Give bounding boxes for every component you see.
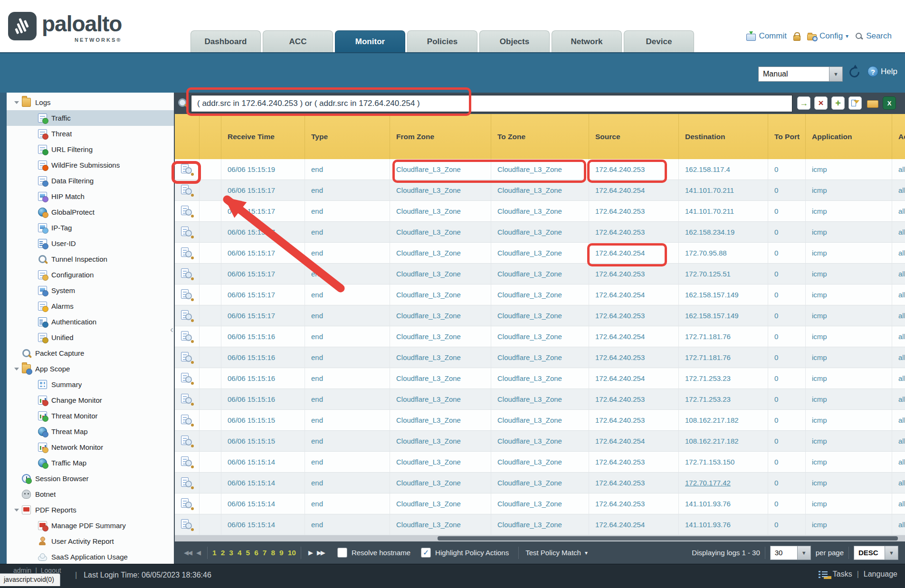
page-number-7[interactable]: 7 — [263, 549, 267, 557]
sidebar-item-unified[interactable]: Unified — [7, 330, 174, 345]
page-number-8[interactable]: 8 — [271, 549, 275, 557]
sidebar-item-system[interactable]: System — [7, 283, 174, 298]
log-detail-magnifier-icon[interactable] — [181, 415, 192, 426]
sidebar-item-globalprotect[interactable]: GlobalProtect — [7, 204, 174, 220]
chevron-down-icon[interactable]: ▼ — [885, 546, 898, 560]
log-row-13[interactable]: 06/06 15:15:15endCloudflare_L3_ZoneCloud… — [175, 410, 905, 431]
page-number-10[interactable]: 10 — [288, 549, 296, 557]
tree-expander-icon[interactable] — [13, 365, 22, 373]
sidebar-item-authentication[interactable]: Authentication — [7, 314, 174, 330]
log-row-9[interactable]: 06/06 15:15:16endCloudflare_L3_ZoneCloud… — [175, 326, 905, 347]
column-header-to-port[interactable]: To Port — [768, 114, 806, 159]
log-row-14[interactable]: 06/06 15:15:15endCloudflare_L3_ZoneCloud… — [175, 431, 905, 452]
sidebar-item-data-filtering[interactable]: Data Filtering — [7, 173, 174, 189]
log-detail-magnifier-icon[interactable] — [181, 498, 192, 509]
log-row-1[interactable]: 06/06 15:15:19endCloudflare_L3_ZoneCloud… — [175, 159, 905, 180]
prev-page-button[interactable]: ◀ — [194, 549, 202, 556]
apply-filter-button[interactable]: → — [797, 96, 810, 110]
scrollbar-thumb[interactable] — [438, 536, 897, 541]
sidebar-item-change-monitor[interactable]: Change Monitor — [7, 392, 174, 408]
sidebar-item-network-monitor[interactable]: Network Monitor — [7, 439, 174, 455]
log-row-10[interactable]: 06/06 15:15:16endCloudflare_L3_ZoneCloud… — [175, 347, 905, 368]
sort-order-select[interactable]: DESC ▼ — [854, 546, 898, 560]
log-cell[interactable]: 172.70.177.42 — [679, 473, 768, 493]
log-row-2[interactable]: 06/06 15:15:17endCloudflare_L3_ZoneCloud… — [175, 180, 905, 201]
log-detail-magnifier-icon[interactable] — [181, 247, 192, 258]
sidebar-item-user-id[interactable]: User-ID — [7, 236, 174, 251]
log-detail-magnifier-icon[interactable] — [181, 373, 192, 384]
sidebar-item-traffic[interactable]: Traffic — [7, 110, 174, 126]
clear-filter-button[interactable]: × — [814, 96, 828, 110]
help-button[interactable]: ? Help — [867, 66, 897, 77]
export-csv-icon[interactable]: X — [883, 96, 896, 110]
log-detail-magnifier-icon[interactable] — [181, 352, 192, 363]
sidebar-item-tunnel-inspection[interactable]: Tunnel Inspection — [7, 251, 174, 267]
sidebar-item-traffic-map[interactable]: Traffic Map — [7, 455, 174, 471]
log-row-15[interactable]: 06/06 15:15:14endCloudflare_L3_ZoneCloud… — [175, 452, 905, 473]
log-row-7[interactable]: 06/06 15:15:17endCloudflare_L3_ZoneCloud… — [175, 285, 905, 305]
column-header-source[interactable]: Source — [589, 114, 679, 159]
page-number-3[interactable]: 3 — [229, 549, 233, 557]
sidebar-item-wildfire-submissions[interactable]: WildFire Submissions — [7, 157, 174, 173]
tasks-button[interactable]: Tasks — [833, 570, 852, 579]
log-detail-magnifier-icon[interactable] — [181, 268, 192, 279]
log-detail-magnifier-icon[interactable] — [181, 206, 192, 217]
lock-icon[interactable] — [793, 35, 800, 41]
sidebar-item-logs[interactable]: Logs — [7, 95, 174, 110]
log-row-16[interactable]: 06/06 15:15:14endCloudflare_L3_ZoneCloud… — [175, 473, 905, 493]
next-page-button[interactable]: ▶ — [306, 549, 314, 556]
column-header-destination[interactable]: Destination — [679, 114, 768, 159]
tab-device[interactable]: Device — [624, 30, 694, 52]
refresh-mode-select[interactable]: Manual ▼ — [758, 66, 843, 82]
sidebar-item-pdf-reports[interactable]: PDF Reports — [7, 502, 174, 518]
page-number-4[interactable]: 4 — [238, 549, 242, 557]
tab-dashboard[interactable]: Dashboard — [191, 30, 261, 52]
first-page-button[interactable]: ◀◀ — [181, 549, 194, 556]
sidebar-item-hip-match[interactable]: HIP Match — [7, 189, 174, 204]
sidebar-item-summary[interactable]: Summary — [7, 377, 174, 392]
sidebar-item-session-browser[interactable]: Session Browser — [7, 471, 174, 486]
log-row-18[interactable]: 06/06 15:15:14endCloudflare_L3_ZoneCloud… — [175, 514, 905, 535]
sidebar-collapse-handle[interactable]: ‹ — [170, 324, 173, 334]
highlight-policy-checkbox[interactable]: ✓ — [421, 548, 431, 558]
column-header-action[interactable]: Action — [892, 114, 905, 159]
refresh-icon[interactable] — [848, 66, 862, 80]
commit-button[interactable]: Commit — [746, 31, 787, 41]
page-number-5[interactable]: 5 — [246, 549, 250, 557]
tree-expander-icon[interactable] — [13, 506, 22, 514]
tab-network[interactable]: Network — [552, 30, 622, 52]
log-row-17[interactable]: 06/06 15:15:14endCloudflare_L3_ZoneCloud… — [175, 493, 905, 514]
log-row-4[interactable]: 06/06 15:15:17endCloudflare_L3_ZoneCloud… — [175, 222, 905, 243]
log-row-11[interactable]: 06/06 15:15:16endCloudflare_L3_ZoneCloud… — [175, 368, 905, 389]
search-button[interactable]: Search — [855, 31, 892, 41]
log-detail-magnifier-icon[interactable] — [181, 477, 192, 488]
page-number-9[interactable]: 9 — [279, 549, 284, 557]
sidebar-item-saas-application-usage[interactable]: SaaS Application Usage — [7, 549, 174, 564]
per-page-select[interactable]: 30 ▼ — [770, 546, 811, 560]
page-number-2[interactable]: 2 — [221, 549, 225, 557]
add-filter-button[interactable]: + — [831, 96, 845, 110]
log-detail-magnifier-icon[interactable] — [181, 456, 192, 467]
sidebar-item-alarms[interactable]: Alarms — [7, 298, 174, 314]
sidebar-item-botnet[interactable]: Botnet — [7, 486, 174, 502]
filter-query-input[interactable]: ( addr.src in 172.64.240.253 ) or ( addr… — [191, 95, 792, 112]
chevron-down-icon[interactable]: ▼ — [797, 546, 810, 560]
language-button[interactable]: Language — [864, 570, 897, 579]
sidebar-item-app-scope[interactable]: App Scope — [7, 361, 174, 377]
chevron-down-icon[interactable]: ▼ — [829, 67, 842, 81]
tree-expander-icon[interactable] — [13, 99, 22, 106]
log-row-12[interactable]: 06/06 15:15:16endCloudflare_L3_ZoneCloud… — [175, 389, 905, 410]
sidebar-item-threat-monitor[interactable]: Threat Monitor — [7, 408, 174, 424]
log-detail-magnifier-icon[interactable] — [181, 164, 192, 175]
horizontal-scrollbar[interactable] — [175, 535, 905, 541]
log-row-8[interactable]: 06/06 15:15:17endCloudflare_L3_ZoneCloud… — [175, 305, 905, 326]
column-header-application[interactable]: Application — [806, 114, 892, 159]
tab-objects[interactable]: Objects — [479, 30, 550, 52]
log-row-3[interactable]: 06/06 15:15:17endCloudflare_L3_ZoneCloud… — [175, 201, 905, 222]
sidebar-item-user-activity-report[interactable]: User Activity Report — [7, 533, 174, 549]
tab-acc[interactable]: ACC — [263, 30, 333, 52]
log-detail-magnifier-icon[interactable] — [181, 185, 192, 196]
page-number-1[interactable]: 1 — [212, 549, 217, 557]
log-detail-magnifier-icon[interactable] — [181, 436, 192, 446]
column-header-to-zone[interactable]: To Zone — [491, 114, 589, 159]
